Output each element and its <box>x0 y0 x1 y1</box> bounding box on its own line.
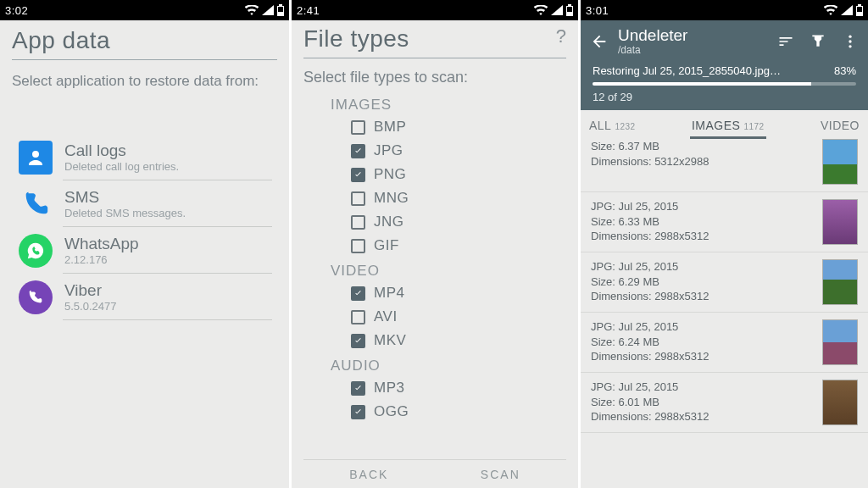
status-clock: 3:01 <box>586 4 609 17</box>
app-row-call-logs[interactable]: Call logs Deleted call log entries. <box>17 134 272 180</box>
checkbox[interactable] <box>351 286 365 301</box>
scan-button[interactable]: SCAN <box>481 468 520 481</box>
battery-icon <box>566 4 573 16</box>
app-row-whatsapp[interactable]: WhatsApp 2.12.176 <box>17 227 272 273</box>
filetype-mp3[interactable]: MP3 <box>303 376 566 400</box>
file-l1: JPG: Jul 25, 2015 <box>591 319 814 335</box>
checkbox[interactable] <box>351 239 365 253</box>
thumbnail <box>822 380 858 425</box>
status-icons <box>824 4 863 16</box>
tab-video[interactable]: VIDEO <box>812 110 868 139</box>
filter-icon[interactable] <box>809 32 827 51</box>
page-subtitle: Select file types to scan: <box>303 69 566 86</box>
filetype-avi[interactable]: AVI <box>303 305 566 329</box>
filetype-label: MP3 <box>374 380 404 396</box>
checkbox[interactable] <box>351 334 365 348</box>
file-l2: Size: 6.37 MB <box>591 139 814 154</box>
app-name: WhatsApp <box>64 235 139 253</box>
back-button[interactable]: BACK <box>349 468 388 481</box>
page-subtitle: Select application to restore data from: <box>12 72 277 92</box>
filetype-mng[interactable]: MNG <box>303 186 566 210</box>
file-l2: Size: 6.33 MB <box>591 214 814 230</box>
phone-icon <box>19 187 53 221</box>
filetype-label: BMP <box>374 119 406 136</box>
app-name: Call logs <box>64 141 179 160</box>
group-label: AUDIO <box>303 358 566 374</box>
file-l3: Dimensions: 5312x2988 <box>591 154 814 169</box>
battery-icon <box>856 4 863 16</box>
tab-images[interactable]: IMAGES 1172 <box>683 110 773 139</box>
back-arrow-icon[interactable] <box>587 30 611 53</box>
thumbnail <box>822 259 858 305</box>
app-sub: 5.5.0.2477 <box>64 300 116 313</box>
svg-rect-1 <box>278 12 283 15</box>
app-list: Call logs Deleted call log entries. SMS … <box>12 134 277 320</box>
file-l3: Dimensions: 2988x5312 <box>591 349 814 364</box>
filetype-label: AVI <box>374 308 398 325</box>
contacts-icon <box>19 141 53 175</box>
thumbnail <box>822 319 858 365</box>
status-clock: 2:41 <box>297 4 320 17</box>
checkbox[interactable] <box>351 120 365 135</box>
app-sub: Deleted call log entries. <box>64 160 179 173</box>
filetype-jpg[interactable]: JPG <box>303 139 566 163</box>
file-row[interactable]: JPG: Jul 25, 2015Size: 6.24 MBDimensions… <box>581 313 868 373</box>
app-header: Undeleter /data Restoring <box>581 20 868 110</box>
svg-rect-5 <box>857 12 862 15</box>
app-name: SMS <box>64 188 186 207</box>
svg-point-6 <box>849 36 851 38</box>
app-sub: 2.12.176 <box>64 253 139 266</box>
progress-area: Restoring Jul 25, 2015_2855040.jpg… 83% … <box>581 58 868 110</box>
filetype-png[interactable]: PNG <box>303 163 566 186</box>
filetype-gif[interactable]: GIF <box>303 234 566 258</box>
app-sub: Deleted SMS messages. <box>64 207 186 219</box>
sort-icon[interactable] <box>776 32 795 51</box>
overflow-menu-icon[interactable] <box>841 32 860 51</box>
file-type-list[interactable]: IMAGESBMPJPGPNGMNGJNGGIFVIDEOMP4AVIMKVAU… <box>303 92 566 459</box>
file-row[interactable]: JPG: Jul 25, 2015Size: 6.33 MBDimensions… <box>581 192 868 252</box>
checkbox[interactable] <box>351 168 365 182</box>
filetype-mp4[interactable]: MP4 <box>303 281 566 305</box>
checkbox[interactable] <box>351 215 365 230</box>
footer-bar: BACK SCAN <box>303 459 566 488</box>
toolbar-path: /data <box>618 45 770 56</box>
checkbox[interactable] <box>351 310 365 324</box>
svg-rect-3 <box>567 12 572 15</box>
title-divider <box>12 59 277 60</box>
progress-bar <box>593 82 856 86</box>
tab-label: ALL <box>589 119 611 132</box>
file-l2: Size: 6.01 MB <box>591 395 814 410</box>
wifi-icon <box>245 5 259 15</box>
file-row[interactable]: JPG: Jul 25, 2015Size: 6.01 MBDimensions… <box>581 373 868 433</box>
filetype-label: OGG <box>374 403 409 420</box>
filetype-ogg[interactable]: OGG <box>303 400 566 424</box>
tab-all[interactable]: ALL 1232 <box>581 110 644 139</box>
tab-count: 1172 <box>743 122 764 131</box>
filetype-mkv[interactable]: MKV <box>303 329 566 352</box>
help-button[interactable]: ? <box>556 25 566 47</box>
filetype-label: MKV <box>374 332 406 349</box>
file-list[interactable]: JPG: Jul 25, 2015Size: 6.37 MBDimensions… <box>581 139 868 480</box>
tab-count: 1232 <box>615 122 635 131</box>
tab-label: IMAGES <box>692 119 740 132</box>
signal-icon <box>551 5 563 15</box>
file-row[interactable]: JPG: Jul 25, 2015Size: 6.37 MBDimensions… <box>581 139 868 192</box>
filetype-jng[interactable]: JNG <box>303 210 566 234</box>
status-icons <box>534 4 573 16</box>
checkbox[interactable] <box>351 405 365 419</box>
app-row-sms[interactable]: SMS Deleted SMS messages. <box>17 180 272 226</box>
file-l2: Size: 6.29 MB <box>591 274 814 290</box>
app-row-viber[interactable]: Viber 5.5.0.2477 <box>17 274 272 319</box>
whatsapp-icon <box>19 234 53 268</box>
checkbox[interactable] <box>351 381 365 396</box>
svg-point-7 <box>849 40 851 42</box>
signal-icon <box>841 5 853 15</box>
checkbox[interactable] <box>351 144 365 158</box>
filetype-label: MP4 <box>374 285 404 302</box>
toolbar-title: Undeleter <box>618 27 770 45</box>
checkbox[interactable] <box>351 191 365 206</box>
file-row[interactable]: JPG: Jul 25, 2015Size: 6.29 MBDimensions… <box>581 252 868 313</box>
filetype-bmp[interactable]: BMP <box>303 115 566 139</box>
panel-file-types: 2:41 File types ? Select file types to s… <box>289 0 578 488</box>
status-icons <box>245 4 284 16</box>
